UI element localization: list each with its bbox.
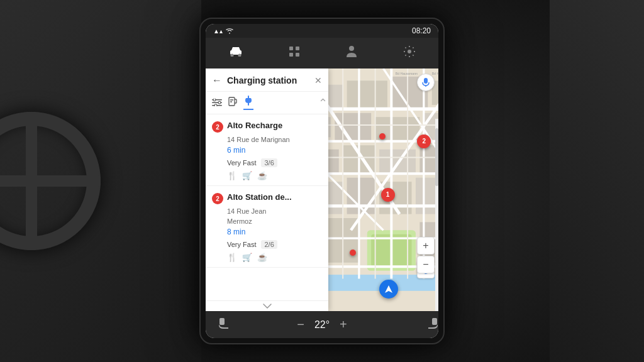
station-2-slots: 2/6 xyxy=(261,240,277,249)
svg-rect-28 xyxy=(328,150,339,174)
svg-rect-20 xyxy=(328,85,343,109)
station-2-address: 14 Rue JeanMermoz xyxy=(227,207,322,226)
shopping-icon-2: 🛒 xyxy=(242,253,252,262)
car-interior: ▲▴ 08:20 xyxy=(0,0,644,362)
map-pin-small-1[interactable] xyxy=(350,250,356,256)
svg-text:Bd Haussmann: Bd Haussmann xyxy=(396,72,418,75)
seat-right-icon[interactable] xyxy=(413,316,426,333)
svg-rect-24 xyxy=(328,117,331,137)
side-panel: ← Charging station ✕ xyxy=(206,69,328,311)
temp-decrease-button[interactable]: − xyxy=(297,317,304,332)
signal-icon: ▲▴ xyxy=(213,28,223,35)
scroll-down-arrow[interactable] xyxy=(206,300,328,311)
svg-rect-69 xyxy=(432,318,437,325)
temperature-display: 22° xyxy=(314,319,330,331)
zoom-in-button[interactable]: + xyxy=(417,237,435,255)
filter-row: ⌃ xyxy=(206,92,328,114)
map-pin-1[interactable]: 1 xyxy=(381,188,395,202)
restaurant-icon-2: 🍴 xyxy=(227,253,237,262)
voice-button[interactable] xyxy=(417,74,435,91)
svg-rect-4 xyxy=(296,47,299,50)
bottom-bar: − 22° + xyxy=(206,311,438,338)
station-1-address: 14 Rue de Marignan xyxy=(227,135,322,145)
svg-point-7 xyxy=(349,46,354,51)
station-list[interactable]: 2 Alto Recharge 14 Rue de Marignan 6 min… xyxy=(206,114,328,300)
station-2-amenities: 🍴 🛒 ☕ xyxy=(227,253,322,262)
restaurant-icon: 🍴 xyxy=(227,171,237,180)
nav-person-icon[interactable] xyxy=(341,43,362,63)
svg-rect-60 xyxy=(424,78,428,84)
wifi-icon xyxy=(225,27,234,35)
svg-text:Bd Haussmann: Bd Haussmann xyxy=(432,72,438,75)
clock: 08:20 xyxy=(412,26,431,35)
svg-rect-6 xyxy=(296,53,299,57)
coffee-icon-2: ☕ xyxy=(257,253,267,262)
map-area[interactable]: Bd Haussmann Bd Haussmann 1 2 xyxy=(328,69,438,311)
svg-point-8 xyxy=(408,50,411,53)
tablet-device: ▲▴ 08:20 xyxy=(199,18,445,344)
panel-title: Charging station xyxy=(227,75,309,85)
status-bar: ▲▴ 08:20 xyxy=(206,24,438,38)
station-1-speed: Very Fast xyxy=(227,159,256,167)
nav-bar xyxy=(206,38,438,69)
station-2-badge: 2 xyxy=(212,193,223,204)
station-1-amenities: 🍴 🛒 ☕ xyxy=(227,171,322,180)
station-1-badge: 2 xyxy=(212,121,223,133)
map-pin-small-2[interactable] xyxy=(379,133,386,140)
filter-adjust-icon[interactable] xyxy=(212,98,222,108)
navigate-button[interactable] xyxy=(379,280,398,299)
back-button[interactable]: ← xyxy=(212,75,222,86)
svg-point-14 xyxy=(214,104,217,106)
station-1-name: Alto Recharge xyxy=(227,121,282,131)
station-2-header: 2 Alto Station de... xyxy=(212,192,322,204)
coffee-icon: ☕ xyxy=(257,171,267,180)
station-1-slots: 3/6 xyxy=(261,158,277,167)
station-1-header: 2 Alto Recharge xyxy=(212,121,322,133)
station-2-speed: Very Fast xyxy=(227,241,256,248)
station-2-meta: Very Fast 2/6 xyxy=(227,240,322,249)
dashboard-right xyxy=(550,0,644,362)
filter-plug-icon[interactable] xyxy=(243,96,253,110)
filter-station-icon[interactable] xyxy=(228,97,237,109)
station-1-time: 6 min xyxy=(227,146,322,155)
status-left-icons: ▲▴ xyxy=(213,27,234,35)
nav-gear-icon[interactable] xyxy=(398,43,421,63)
temp-increase-button[interactable]: + xyxy=(340,317,347,332)
svg-rect-3 xyxy=(289,47,293,50)
temperature-control: − 22° + xyxy=(297,317,347,332)
station-1-meta: Very Fast 3/6 xyxy=(227,158,322,167)
panel-header: ← Charging station ✕ xyxy=(206,69,328,92)
station-2-name: Alto Station de... xyxy=(227,192,292,203)
seat-left-icon[interactable] xyxy=(218,316,231,333)
svg-point-13 xyxy=(218,101,221,104)
zoom-out-button[interactable]: − xyxy=(417,256,435,273)
station-2-time: 8 min xyxy=(227,228,322,236)
tablet-screen: ▲▴ 08:20 xyxy=(206,24,438,338)
svg-rect-5 xyxy=(289,53,293,57)
station-item-1[interactable]: 2 Alto Recharge 14 Rue de Marignan 6 min… xyxy=(206,114,328,186)
nav-grid-icon[interactable] xyxy=(284,43,305,63)
zoom-controls: + − xyxy=(417,237,435,273)
main-content: ← Charging station ✕ xyxy=(206,69,438,311)
svg-rect-68 xyxy=(219,318,225,325)
svg-point-12 xyxy=(213,99,216,101)
nav-car-icon[interactable] xyxy=(224,44,248,62)
scroll-up-arrow[interactable]: ⌃ xyxy=(318,96,322,110)
svg-rect-21 xyxy=(347,80,387,109)
station-item-2[interactable]: 2 Alto Station de... 14 Rue JeanMermoz 8… xyxy=(206,186,328,268)
close-button[interactable]: ✕ xyxy=(314,75,322,85)
map-pin-2[interactable]: 2 xyxy=(417,134,431,148)
shopping-icon: 🛒 xyxy=(242,171,252,180)
